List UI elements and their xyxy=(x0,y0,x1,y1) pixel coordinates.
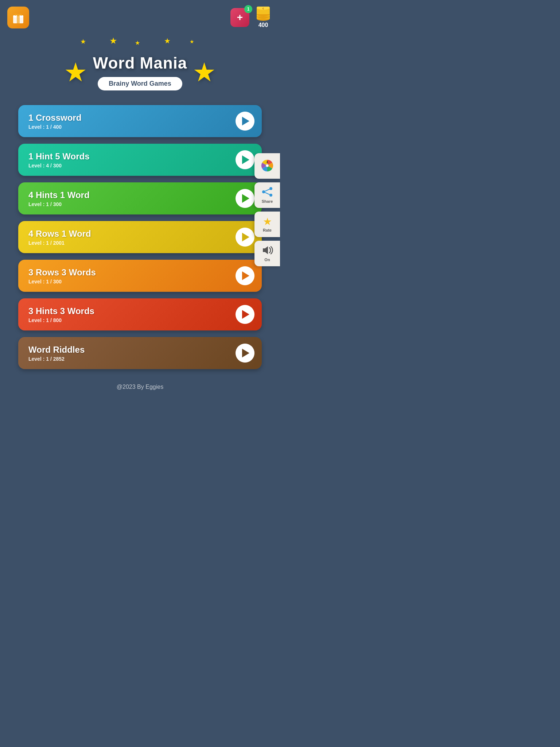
share-icon xyxy=(261,187,273,198)
svg-point-4 xyxy=(18,15,19,16)
gift-icon xyxy=(12,11,25,24)
rate-button[interactable]: ★ Rate xyxy=(254,212,280,237)
mode-crossword[interactable]: 1 Crossword Level : 1 / 400 xyxy=(18,105,262,137)
mode-rows1word-content: 4 Rows 1 Word Level : 1 / 2001 xyxy=(28,229,91,246)
mode-rows3words-content: 3 Rows 3 Words Level : 1 / 300 xyxy=(28,267,96,285)
sound-label: On xyxy=(264,258,270,262)
subtitle-text: Brainy Word Games xyxy=(109,80,171,87)
play-button-rows3words xyxy=(236,266,254,285)
play-icon-hint5words xyxy=(242,155,249,164)
coins-amount: 400 xyxy=(258,22,268,28)
mode-hints1word-content: 4 Hints 1 Word Level : 1 / 300 xyxy=(28,190,90,207)
subtitle-pill: Brainy Word Games xyxy=(98,77,182,90)
mode-rows3words[interactable]: 3 Rows 3 Words Level : 1 / 300 xyxy=(18,260,262,292)
play-button-rows1word xyxy=(236,228,254,247)
mode-hint5words[interactable]: 1 Hint 5 Words Level : 4 / 300 xyxy=(18,144,262,176)
mode-hints3words-level: Level : 1 / 800 xyxy=(28,317,94,323)
mode-hints3words-title: 3 Hints 3 Words xyxy=(28,306,94,316)
top-right-area: 1 € xyxy=(230,7,273,28)
footer: @2023 By Eggies xyxy=(0,373,280,398)
coins-display: € 400 xyxy=(254,7,273,28)
mode-crossword-level: Level : 1 / 400 xyxy=(28,124,81,130)
plus-button-wrapper: 1 xyxy=(230,8,249,27)
play-icon-hints1word xyxy=(242,194,249,203)
star-deco-3: ★ xyxy=(135,39,140,46)
play-icon-riddles xyxy=(242,349,249,357)
game-title: Word Mania Brainy Word Games xyxy=(93,54,187,90)
notification-badge: 1 xyxy=(244,5,252,13)
top-bar: 1 € xyxy=(0,0,280,32)
mode-rows1word-level: Level : 1 / 2001 xyxy=(28,240,91,246)
play-button-hints1word xyxy=(236,189,254,208)
mode-hints1word-level: Level : 1 / 300 xyxy=(28,201,90,207)
mode-rows1word-title: 4 Rows 1 Word xyxy=(28,229,91,239)
side-buttons-panel: Share ★ Rate On xyxy=(254,153,280,266)
rate-icon: ★ xyxy=(263,217,272,227)
play-icon-rows1word xyxy=(242,233,249,241)
mode-hint5words-content: 1 Hint 5 Words Level : 4 / 300 xyxy=(28,151,90,169)
wheel-icon xyxy=(261,159,274,173)
svg-rect-1 xyxy=(17,17,20,23)
mode-hints1word[interactable]: 4 Hints 1 Word Level : 1 / 300 xyxy=(18,182,262,214)
app-container: 1 € xyxy=(0,0,280,398)
play-icon-crossword xyxy=(242,117,249,125)
svg-line-22 xyxy=(264,192,271,195)
star-right: ★ xyxy=(192,57,216,88)
footer-text: @2023 By Eggies xyxy=(117,384,163,390)
star-deco-4: ★ xyxy=(164,36,171,45)
hero-section: ★ ★ ★ ★ ★ ★ Word Mania Brainy Word Games… xyxy=(0,32,280,101)
share-button[interactable]: Share xyxy=(254,182,280,208)
mode-rows3words-title: 3 Rows 3 Words xyxy=(28,267,96,278)
mode-riddles[interactable]: Word Riddles Level : 1 / 2852 xyxy=(18,337,262,369)
star-left: ★ xyxy=(64,57,88,88)
rate-label: Rate xyxy=(263,228,272,232)
play-icon-rows3words xyxy=(242,271,249,280)
sound-icon xyxy=(261,245,273,256)
play-button-hints3words xyxy=(236,305,254,324)
game-modes-list: 1 Crossword Level : 1 / 400 1 Hint 5 Wor… xyxy=(0,101,280,373)
mode-riddles-content: Word Riddles Level : 1 / 2852 xyxy=(28,345,85,362)
wheel-button[interactable] xyxy=(254,153,280,179)
mode-hints3words-content: 3 Hints 3 Words Level : 1 / 800 xyxy=(28,306,94,323)
svg-point-16 xyxy=(266,164,269,167)
star-deco-1: ★ xyxy=(80,38,86,46)
mode-rows1word[interactable]: 4 Rows 1 Word Level : 1 / 2001 xyxy=(18,221,262,253)
mode-hints1word-title: 4 Hints 1 Word xyxy=(28,190,90,200)
mode-hint5words-level: Level : 4 / 300 xyxy=(28,163,90,169)
mode-rows3words-level: Level : 1 / 300 xyxy=(28,279,96,285)
play-button-hint5words xyxy=(236,150,254,169)
play-icon-hints3words xyxy=(242,310,249,319)
svg-line-21 xyxy=(264,189,271,192)
mode-riddles-level: Level : 1 / 2852 xyxy=(28,356,85,362)
star-deco-5: ★ xyxy=(190,39,194,44)
title-wrapper: ★ Word Mania Brainy Word Games ★ xyxy=(93,54,187,90)
play-button-riddles xyxy=(236,344,254,363)
star-deco-2: ★ xyxy=(109,36,117,46)
svg-marker-23 xyxy=(263,246,268,254)
mode-hint5words-title: 1 Hint 5 Words xyxy=(28,151,90,162)
stars-top: ★ ★ ★ ★ ★ xyxy=(7,36,273,54)
mode-crossword-content: 1 Crossword Level : 1 / 400 xyxy=(28,113,81,130)
mode-hints3words[interactable]: 3 Hints 3 Words Level : 1 / 800 xyxy=(18,298,262,330)
coins-icon: € xyxy=(254,7,273,21)
mode-riddles-title: Word Riddles xyxy=(28,345,85,355)
mode-crossword-title: 1 Crossword xyxy=(28,113,81,123)
svg-text:€: € xyxy=(262,7,264,10)
play-button-crossword xyxy=(236,112,254,131)
share-label: Share xyxy=(262,199,273,204)
gift-button[interactable] xyxy=(7,7,29,28)
sound-button[interactable]: On xyxy=(254,241,280,266)
